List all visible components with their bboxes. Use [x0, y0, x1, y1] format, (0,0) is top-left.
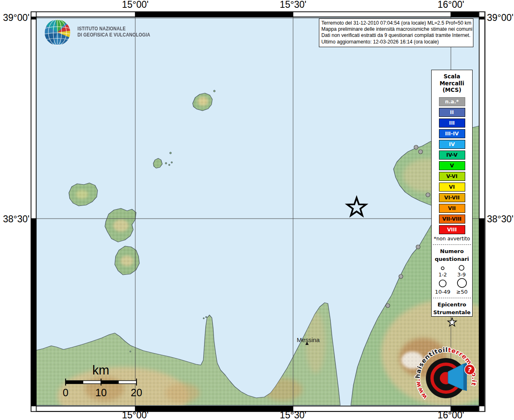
- scale-tick-0: 0: [63, 387, 68, 398]
- size-label-3-9: 3-9: [457, 272, 466, 278]
- intensity-chip-na: n.a.*: [439, 97, 465, 106]
- intensity-chip-iii: III: [439, 119, 465, 128]
- messina-label: Messina: [297, 336, 320, 343]
- ingv-logo-globe: [45, 20, 71, 46]
- epicenter-legend-star: [448, 318, 456, 326]
- settlement-dot: [399, 274, 403, 278]
- size-circle-3-9: [459, 265, 464, 270]
- settlement-dot: [416, 245, 420, 249]
- axis-right-38-30: 38°30': [487, 214, 514, 224]
- settlement-dot: [414, 145, 418, 149]
- size-label-1-2: 1-2: [439, 272, 447, 278]
- intensity-chip-iv-v: IV-V: [439, 151, 465, 160]
- legend-title-line2: Mercalli: [432, 80, 472, 87]
- scale-tick-20: 20: [131, 387, 142, 398]
- size-circle-10-49: [439, 280, 446, 287]
- ingv-name-line2: DI GEOFISICA E VULCANOLOGIA: [77, 32, 150, 38]
- size-label-50: ≥50: [456, 289, 467, 295]
- legend-title-line1: Scala: [432, 73, 472, 80]
- epicentro-title-line2: Strumentale: [432, 308, 472, 316]
- settlement-dot: [426, 193, 430, 197]
- epicentro-title: Epicentro Strumentale: [432, 301, 472, 316]
- intensity-chip-vii-viii: VII-VIII: [439, 215, 465, 224]
- intensity-chip-v: V: [439, 161, 465, 170]
- scale-bar-unit: km: [92, 363, 109, 377]
- legend-footnote: *non avvertito: [432, 236, 472, 242]
- macroseismic-map-page: Messina km 0 10 20: [0, 0, 514, 420]
- questionnaire-title: Numero questionari: [432, 247, 472, 263]
- axis-bottom-15-00: 15°00': [122, 410, 149, 420]
- epicentro-title-line1: Epicentro: [432, 301, 472, 308]
- ingv-name-line1: ISTITUTO NAZIONALE: [77, 26, 150, 32]
- size-circle-1-2: [441, 267, 444, 269]
- legend-title-line3: (MCS): [432, 87, 472, 94]
- intensity-chip-vii: VII: [439, 204, 465, 213]
- intensity-chip-vi: VI: [439, 183, 465, 192]
- legend-panel: Scala Mercalli (MCS) n.a.* II III III-IV…: [431, 70, 473, 317]
- epicenter-legend-symbol: [446, 317, 459, 328]
- intensity-chip-viii: VIII: [439, 225, 465, 234]
- legend-title: Scala Mercalli (MCS): [432, 73, 472, 94]
- axis-top-15-30: 15°30': [280, 0, 307, 10]
- scale-tick-10: 10: [96, 387, 107, 398]
- questionnaire-size-key: 1-2 3-9 10-49 ≥50: [432, 264, 472, 295]
- size-label-10-49: 10-49: [435, 289, 450, 295]
- axis-right-39-00: 39°00': [487, 12, 514, 23]
- questionnaire-title-line2: questionari: [432, 255, 472, 263]
- axis-bottom-15-30: 15°30': [280, 410, 307, 420]
- event-info-line1: Terremoto del 31-12-2010 07:04:54 (ora l…: [321, 20, 471, 26]
- questionnaire-title-line1: Numero: [432, 247, 472, 255]
- axis-top-16-00: 16°00': [438, 0, 464, 10]
- axis-bottom-16-00: 16°00': [438, 410, 464, 420]
- axis-left-38-30: 38°30': [3, 214, 30, 224]
- legend-divider: [433, 244, 471, 245]
- settlement-dot: [386, 304, 390, 308]
- legend-divider: [433, 298, 471, 298]
- axis-top-15-00: 15°00': [122, 0, 149, 10]
- event-info-line4: Ultimo aggiornamento: 12-03-2026 16:14 (…: [321, 39, 471, 45]
- event-info-line3: Dati non verificati estratti da 9 questi…: [321, 32, 471, 39]
- event-info-line2: Mappa preliminare delle intensità macros…: [321, 26, 471, 32]
- ingv-logo-text: ISTITUTO NAZIONALE DI GEOFISICA E VULCAN…: [77, 26, 150, 38]
- intensity-chip-iii-iv: III-IV: [439, 129, 465, 138]
- axis-left-39-00: 39°00': [3, 12, 30, 23]
- intensity-chip-ii: II: [439, 108, 465, 117]
- event-info-box: Terremoto del 31-12-2010 07:04:54 (ora l…: [319, 18, 473, 47]
- intensity-scale: n.a.* II III III-IV IV IV-V V V-VI VI VI…: [432, 97, 472, 234]
- intensity-chip-vi-vii: VI-VII: [439, 193, 465, 202]
- intensity-chip-iv: IV: [439, 140, 465, 149]
- intensity-chip-v-vi: V-VI: [439, 172, 465, 181]
- settlement-dot: [418, 150, 423, 154]
- size-circle-50: [457, 278, 466, 288]
